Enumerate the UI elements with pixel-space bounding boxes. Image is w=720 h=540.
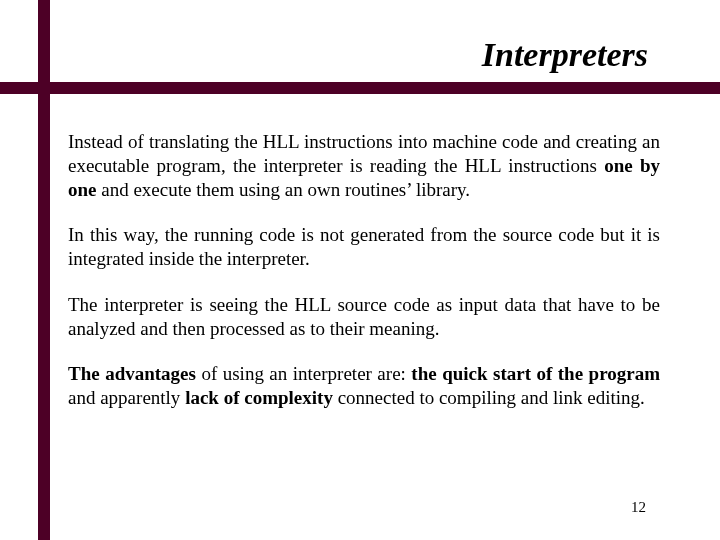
page-number: 12 <box>631 499 646 516</box>
vertical-accent-bar <box>38 0 50 540</box>
horizontal-accent-bar <box>0 82 720 94</box>
slide-body: Instead of translating the HLL instructi… <box>68 130 660 432</box>
paragraph-4: The advantages of using an interpreter a… <box>68 362 660 410</box>
paragraph-3: The interpreter is seeing the HLL source… <box>68 293 660 341</box>
slide-title: Interpreters <box>482 36 648 74</box>
paragraph-1: Instead of translating the HLL instructi… <box>68 130 660 201</box>
paragraph-2: In this way, the running code is not gen… <box>68 223 660 271</box>
